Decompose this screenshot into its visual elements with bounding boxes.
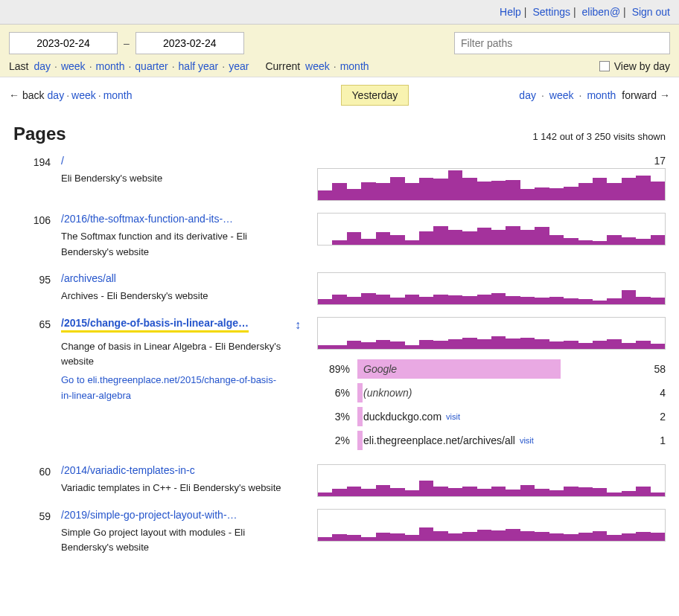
spark-bar — [578, 299, 593, 304]
page-path-link[interactable]: /2019/simple-go-project-layout-with-… — [61, 509, 270, 521]
spark-bar — [535, 532, 549, 541]
spark-bar — [318, 345, 332, 349]
last-day-link[interactable]: day — [34, 60, 51, 72]
spark-bar — [520, 531, 535, 541]
checkbox-icon[interactable] — [599, 61, 610, 71]
spark-bar — [390, 298, 404, 304]
spark-bar — [433, 179, 447, 200]
fwd-day-link[interactable]: day — [519, 89, 536, 101]
view-by-day[interactable]: View by day — [599, 60, 670, 72]
spark-bar — [564, 487, 578, 496]
spark-bar — [361, 293, 375, 304]
page-info: /2016/the-softmax-function-and-its-…The … — [61, 213, 284, 260]
spark-bar — [448, 533, 462, 540]
date-from-input[interactable] — [9, 32, 118, 54]
spark-bar — [549, 490, 564, 496]
page-info: /2015/change-of-basis-in-linear-alge…Cha… — [61, 317, 284, 404]
back-day-link[interactable]: day — [48, 89, 65, 101]
visit-count: 59 — [13, 509, 51, 522]
spark-bar — [332, 240, 346, 245]
current-month-link[interactable]: month — [340, 60, 369, 72]
sparkline-chart[interactable] — [317, 464, 666, 497]
last-halfyear-link[interactable]: half year — [179, 60, 219, 72]
visit-count: 60 — [13, 464, 51, 478]
sort-icon[interactable]: ↕ — [295, 317, 307, 332]
spark-bar — [622, 491, 636, 495]
spark-bar — [347, 535, 361, 541]
visit-link[interactable]: visit — [446, 412, 460, 421]
spark-bar — [332, 345, 346, 348]
spark-bar — [462, 178, 476, 200]
fwd-week-link[interactable]: week — [549, 89, 574, 101]
spark-bar — [390, 341, 404, 348]
forward-label: forward — [622, 89, 657, 101]
referrer-count: 2 — [643, 411, 666, 423]
spark-bar — [607, 493, 621, 496]
spark-bar — [535, 489, 549, 495]
spark-bar — [405, 183, 419, 200]
visit-link[interactable]: visit — [520, 436, 534, 445]
goto-link[interactable]: Go to eli.thegreenplace.net/2015/change-… — [61, 373, 284, 404]
last-quarter-link[interactable]: quarter — [135, 60, 168, 72]
page-row: 60/2014/variadic-templates-in-cVariadic … — [0, 460, 679, 504]
settings-link[interactable]: Settings — [532, 6, 570, 18]
spark-bar — [361, 342, 375, 348]
spark-bar — [535, 187, 549, 200]
referrer-pct: 89% — [317, 363, 350, 375]
spark-bar — [651, 533, 665, 541]
spark-bar — [477, 182, 491, 200]
help-link[interactable]: Help — [500, 6, 521, 18]
spark-bar — [419, 481, 433, 496]
page-path-link[interactable]: /2014/variadic-templates-in-c — [61, 464, 270, 476]
page-title: Simple Go project layout with modules - … — [61, 525, 284, 556]
sparkline-chart[interactable] — [317, 272, 666, 305]
page-row: 95/archives/allArchives - Eli Bendersky'… — [0, 268, 679, 312]
current-week-link[interactable]: week — [305, 60, 330, 72]
referrer-row[interactable]: 89%Google58 — [317, 357, 666, 381]
spark-bar — [390, 235, 404, 245]
back-month-link[interactable]: month — [103, 89, 133, 101]
back-week-link[interactable]: week — [71, 89, 96, 101]
spark-bar — [433, 487, 447, 496]
page-row: 65/2015/change-of-basis-in-linear-alge…C… — [0, 312, 679, 460]
referrer-row[interactable]: 6%(unknown)4 — [317, 381, 666, 405]
sparkline-chart[interactable] — [317, 213, 666, 246]
last-month-link[interactable]: month — [96, 60, 125, 72]
spark-bar — [462, 487, 476, 496]
page-path-link[interactable]: /2015/change-of-basis-in-linear-alge… — [61, 317, 249, 333]
spark-bar — [332, 183, 346, 200]
page-path-link[interactable]: / — [61, 155, 270, 167]
spark-bar — [419, 527, 433, 541]
spark-bar — [448, 295, 462, 304]
date-to-input[interactable] — [136, 32, 244, 54]
referrer-row[interactable]: 3%duckduckgo.comvisit2 — [317, 405, 666, 429]
sparkline-chart[interactable] — [317, 509, 666, 542]
spark-bar — [549, 341, 564, 348]
page-path-link[interactable]: /2016/the-softmax-function-and-its-… — [61, 213, 270, 225]
referrer-row[interactable]: 2%eli.thegreenplace.net/archives/allvisi… — [317, 429, 666, 452]
referrer-label: eli.thegreenplace.net/archives/all — [363, 434, 515, 446]
signout-link[interactable]: Sign out — [632, 6, 670, 18]
forward-arrow-icon: → — [660, 89, 670, 101]
spark-bar — [593, 241, 607, 245]
last-week-link[interactable]: week — [61, 60, 86, 72]
spark-bar — [607, 183, 621, 200]
user-link[interactable]: eliben@ — [582, 6, 621, 18]
spark-bar — [491, 230, 506, 245]
spark-bar — [405, 345, 419, 349]
spark-bar — [593, 531, 607, 541]
filter-paths-input[interactable] — [454, 32, 670, 54]
last-year-link[interactable]: year — [229, 60, 249, 72]
spark-bar — [332, 295, 346, 304]
fwd-month-link[interactable]: month — [587, 89, 616, 101]
page-path-link[interactable]: /archives/all — [61, 272, 270, 284]
spark-bar — [636, 532, 650, 541]
sparkline-chart[interactable] — [317, 168, 666, 201]
sort-icon — [295, 509, 307, 510]
spark-bar — [332, 489, 346, 495]
yesterday-badge: Yesterday — [341, 85, 409, 106]
spark-bar — [593, 341, 607, 349]
spark-bar — [347, 297, 361, 304]
sparkline-chart[interactable] — [317, 317, 666, 350]
spark-bar — [448, 230, 462, 245]
